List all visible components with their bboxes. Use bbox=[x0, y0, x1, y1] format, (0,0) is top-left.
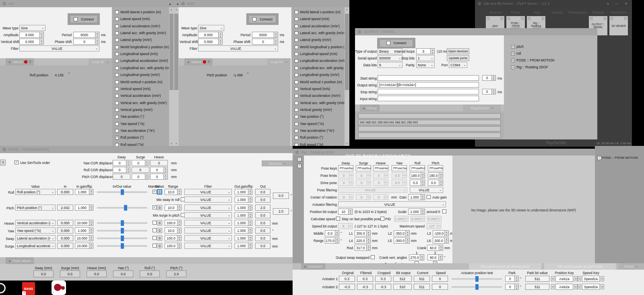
connect-checkbox[interactable] bbox=[252, 17, 256, 21]
spin-buttons[interactable]: ▲▼ bbox=[89, 235, 93, 241]
spin-buttons[interactable]: ▲▼ bbox=[421, 209, 425, 215]
signal-checkbox[interactable]: ✓ bbox=[115, 136, 119, 139]
spin-buttons[interactable]: ▲▼ bbox=[95, 39, 99, 45]
slider-thumb[interactable] bbox=[121, 228, 124, 234]
window-titlebar[interactable]: 2de test file.Mover :: FlyPT Mover :: 3.… bbox=[475, 0, 632, 7]
spin-buttons[interactable]: ▲▼ bbox=[177, 220, 182, 226]
scroll-thumb[interactable] bbox=[169, 14, 173, 90]
manual-checkbox[interactable]: ✓ bbox=[153, 205, 157, 209]
in-gain-input[interactable]: 1.000▲▼ bbox=[75, 189, 93, 195]
pose-key-input[interactable]: PPoseSurge bbox=[356, 165, 371, 171]
expand-plus-icon[interactable]: + bbox=[511, 59, 515, 62]
spin-buttons[interactable]: ▲▼ bbox=[491, 75, 496, 81]
start-string-input[interactable] bbox=[378, 75, 479, 81]
signal-checkbox[interactable] bbox=[295, 94, 298, 98]
signal-checkbox[interactable] bbox=[115, 94, 119, 98]
crank-input[interactable]: 60.0▲▼ bbox=[427, 245, 443, 251]
window-titlebar[interactable]: POSE :: FROM MOTION bbox=[0, 146, 293, 153]
actuator-filter-select[interactable]: VALUE⌄ bbox=[338, 201, 446, 207]
parity-select[interactable]: None⌄ bbox=[416, 62, 435, 68]
mix-filter-select[interactable]: VALUE⌄ bbox=[184, 212, 232, 218]
spin-buttons[interactable]: ▲▼ bbox=[248, 212, 252, 218]
drive-pose-input[interactable]: 0.0▲▼ bbox=[428, 180, 443, 186]
signal-checkbox[interactable] bbox=[115, 66, 119, 70]
position-key-input[interactable]: Axis1a bbox=[555, 276, 573, 282]
signal-option[interactable]: Lateral acceleration (m/s²) bbox=[295, 24, 340, 29]
spin-buttons[interactable]: ▲▼ bbox=[420, 254, 424, 260]
filter-select[interactable]: VALUE⌄ bbox=[184, 205, 232, 211]
range-input[interactable]: 170.0▲▼ bbox=[325, 238, 339, 244]
in-gain-input[interactable]: 1.000▲▼ bbox=[75, 205, 93, 211]
spin-buttons[interactable]: ▲▼ bbox=[335, 238, 339, 244]
slider-thumb[interactable] bbox=[475, 284, 479, 290]
filter-select[interactable]: VALUE⌄ bbox=[184, 227, 232, 234]
signal-checkbox[interactable] bbox=[115, 73, 119, 77]
pose-key-input[interactable]: PPosePitch bbox=[428, 165, 443, 171]
spin-buttons[interactable]: ▲▼ bbox=[218, 39, 223, 45]
connect-button[interactable]: Connect bbox=[68, 13, 100, 25]
signal-checkbox[interactable] bbox=[295, 45, 298, 49]
input-value-select[interactable]: Lateral acceleration (m/s²)⌄ bbox=[15, 235, 56, 241]
signal-option[interactable]: Vertical gravity (m/s²) bbox=[295, 107, 332, 112]
app-icon[interactable] bbox=[0, 283, 6, 293]
calculate-speed-checkbox[interactable] bbox=[336, 217, 340, 221]
rigs-directs-button[interactable]: Rigs/Directs◄ bbox=[463, 104, 501, 111]
spin-buttons[interactable]: ▲▼ bbox=[439, 180, 443, 186]
in-out-slider[interactable] bbox=[97, 191, 147, 193]
spin-buttons[interactable]: ▲▼ bbox=[421, 194, 425, 200]
spin-buttons[interactable]: ▲▼ bbox=[126, 160, 130, 166]
stop-string-input[interactable] bbox=[378, 89, 479, 94]
tree-item[interactable]: +POSE :: FROM MOTION bbox=[511, 58, 554, 63]
auto-gain-checkbox[interactable] bbox=[427, 195, 431, 199]
spin-buttons[interactable]: ▲▼ bbox=[89, 189, 93, 195]
in-gain-input[interactable]: 10.000▲▼ bbox=[75, 220, 93, 226]
scroll-up-icon[interactable]: ˄ bbox=[169, 7, 174, 12]
mix-out-gain-input[interactable]: 1.000▲▼ bbox=[235, 197, 252, 203]
signal-option[interactable]: Roll position (°) bbox=[295, 135, 323, 140]
spin-buttons[interactable]: ▲▼ bbox=[248, 243, 252, 249]
actuators-tab[interactable]: ▲Actuators bbox=[301, 263, 325, 270]
spin-buttons[interactable]: ▲▼ bbox=[89, 220, 93, 226]
out-gain-input[interactable]: 1.000▲▼ bbox=[235, 189, 252, 195]
restore-button[interactable]: ⇘ bbox=[604, 2, 611, 6]
card-toggle-icon[interactable] bbox=[541, 17, 545, 20]
signal-option[interactable]: Yaw acceleration (°/s²) bbox=[295, 128, 334, 133]
set-park-pose-button[interactable]: Set current pose as park pose bbox=[544, 263, 616, 270]
spin-buttons[interactable]: ▲▼ bbox=[177, 235, 182, 241]
spin-buttons[interactable]: ▲▼ bbox=[177, 205, 182, 211]
l-input[interactable]: -300.0▲▼ bbox=[394, 238, 410, 244]
collapse-arrow-icon[interactable]: ▲ bbox=[169, 2, 171, 5]
values-tab[interactable]: ▲Values? bbox=[6, 58, 34, 66]
help-button[interactable]: ? bbox=[208, 60, 210, 64]
period-input[interactable]: 5000▲▼ bbox=[73, 32, 99, 38]
around-zero-checkbox[interactable] bbox=[442, 209, 446, 213]
signal-checkbox[interactable] bbox=[295, 31, 298, 35]
gain-input[interactable]: 1.000▲▼ bbox=[408, 194, 425, 200]
spin-buttons[interactable]: ▲▼ bbox=[126, 167, 130, 173]
spin-buttons[interactable]: ▲▼ bbox=[145, 174, 149, 180]
window-titlebar[interactable]: OUTPUT :: SERIAL bbox=[355, 28, 597, 35]
cor-value-input[interactable]: 0▲▼ bbox=[113, 167, 130, 173]
expand-plus-icon[interactable]: + bbox=[511, 66, 515, 69]
spin-buttons[interactable]: ▲▼ bbox=[145, 160, 149, 166]
spin-buttons[interactable]: ▲▼ bbox=[405, 238, 410, 244]
card-toggle-icon[interactable] bbox=[624, 17, 627, 20]
spin-buttons[interactable]: ▲▼ bbox=[430, 48, 435, 54]
interval-loops-input[interactable]: 5▲▼ bbox=[416, 48, 435, 54]
card-toggle-icon[interactable] bbox=[507, 17, 510, 20]
menu-rigs[interactable]: Rigs bbox=[533, 10, 540, 15]
loop-for-button[interactable]: Loop for◄ bbox=[89, 58, 112, 66]
signal-option[interactable]: World lateral x position (m) bbox=[115, 10, 161, 14]
signal-checkbox[interactable] bbox=[295, 38, 298, 42]
manual-checkbox[interactable] bbox=[153, 244, 157, 248]
actuator-test-slider[interactable] bbox=[452, 278, 502, 280]
signal-checkbox[interactable] bbox=[295, 66, 298, 70]
signal-option[interactable]: Yaw acceleration (°/s²) bbox=[115, 128, 155, 133]
out-gain-input[interactable]: 1.000▲▼ bbox=[235, 243, 252, 249]
scroll-thumb[interactable] bbox=[345, 14, 349, 90]
rig-input-checkbox[interactable]: ✓ bbox=[297, 157, 301, 161]
signal-checkbox[interactable] bbox=[295, 115, 298, 119]
signal-checkbox[interactable] bbox=[295, 122, 298, 126]
amplitude-input[interactable]: 9.000▲▼ bbox=[198, 32, 223, 38]
spin-buttons[interactable]: ▲▼ bbox=[438, 254, 443, 260]
